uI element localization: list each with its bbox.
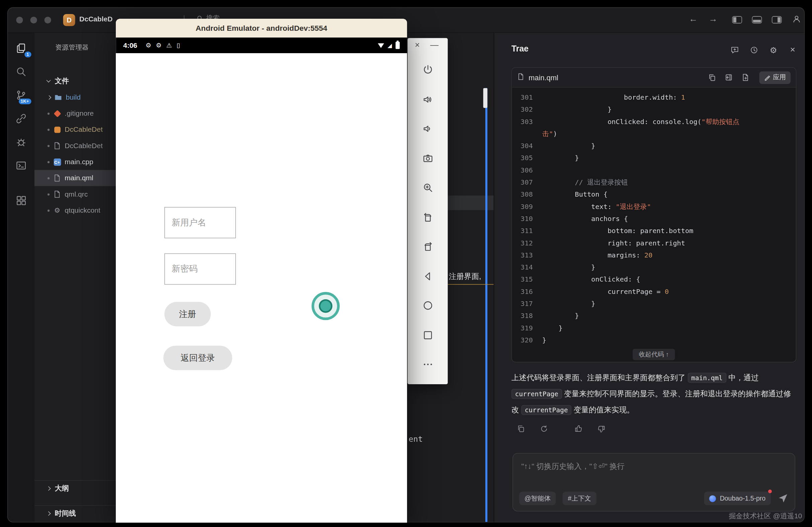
message-actions bbox=[515, 423, 619, 434]
file-icon bbox=[53, 174, 61, 182]
wifi-icon bbox=[378, 43, 384, 48]
file-icon bbox=[53, 142, 61, 149]
file-label: main.qml bbox=[64, 174, 93, 182]
remote-activity-button[interactable] bbox=[13, 111, 29, 126]
file-item-dccabledet[interactable]: DcCableDet bbox=[34, 121, 124, 137]
watermark: 掘金技术社区 @逍遥10 bbox=[729, 511, 802, 521]
file-item-main-qml[interactable]: main.qml bbox=[34, 170, 124, 186]
editor-scrollbar-thumb[interactable] bbox=[483, 88, 487, 108]
file-label: main.cpp bbox=[64, 158, 93, 166]
collapse-code-button[interactable]: 收起代码 ↑ bbox=[633, 349, 675, 360]
thumbs-down-button[interactable] bbox=[595, 423, 607, 434]
line-number: 314 bbox=[519, 261, 533, 273]
git-icon bbox=[53, 109, 61, 117]
nav-forward-button[interactable]: → bbox=[709, 14, 717, 25]
code-line: 301 border.width: 1 bbox=[519, 91, 796, 103]
code-line: 308 Button { bbox=[519, 188, 796, 200]
line-number: 317 bbox=[519, 298, 533, 310]
chevron-right-icon bbox=[46, 486, 50, 491]
rotate-left-button[interactable] bbox=[422, 211, 433, 223]
back-button[interactable] bbox=[422, 270, 433, 282]
code-line: 317 } bbox=[519, 298, 796, 310]
apply-code-button[interactable]: 应用 bbox=[759, 71, 791, 84]
home-button[interactable] bbox=[422, 300, 433, 311]
new-chat-button[interactable] bbox=[730, 45, 740, 55]
power-button[interactable] bbox=[422, 64, 433, 76]
line-number: 309 bbox=[519, 201, 533, 213]
history-button[interactable] bbox=[749, 45, 759, 55]
model-selector[interactable]: Doubao-1.5-pro bbox=[704, 492, 771, 505]
more-button[interactable] bbox=[422, 359, 433, 370]
code-card-header: main.qml 应用 bbox=[512, 68, 796, 88]
file-item--gitignore[interactable]: .gitignore bbox=[34, 105, 124, 121]
input-chips: @智能体 #上下文 bbox=[519, 492, 596, 505]
file-label: DcCableDet bbox=[64, 142, 102, 149]
search-activity-button[interactable] bbox=[13, 63, 29, 79]
git-status-dot bbox=[47, 129, 49, 131]
editor-selection-underline bbox=[448, 284, 494, 285]
extensions-activity-button[interactable] bbox=[13, 192, 29, 208]
git-status-dot bbox=[47, 145, 49, 147]
file-item-qtquickcont[interactable]: ⚙qtquickcont bbox=[34, 202, 124, 219]
files-section-header[interactable]: 文件 bbox=[34, 73, 124, 89]
copy-code-button[interactable] bbox=[707, 73, 716, 82]
settings-button[interactable]: ⚙ bbox=[768, 45, 779, 55]
line-number: 310 bbox=[519, 213, 533, 225]
rotate-right-button[interactable] bbox=[422, 241, 433, 252]
close-panel-button[interactable]: × bbox=[787, 45, 798, 55]
terminal-activity-button[interactable] bbox=[13, 157, 29, 173]
window-title: DcCableD bbox=[79, 15, 113, 23]
password-input[interactable]: 新密码 bbox=[164, 254, 236, 285]
home-icon bbox=[422, 300, 433, 311]
nav-back-button[interactable]: ← bbox=[689, 14, 698, 25]
code-block-card: main.qml 应用 301 bbox=[511, 67, 796, 362]
new-file-button[interactable] bbox=[740, 73, 750, 82]
context-chip[interactable]: #上下文 bbox=[563, 492, 596, 505]
trae-panel: Trae ⚙ × bbox=[494, 33, 804, 522]
chat-input-box[interactable]: "↑↓" 切换历史输入，"⇧⏎" 换行 @智能体 #上下文 Doubao-1.5… bbox=[512, 453, 795, 512]
toggle-bottom-panel-button[interactable] bbox=[752, 16, 762, 24]
chat-input-placeholder: "↑↓" 切换历史输入，"⇧⏎" 换行 bbox=[521, 462, 625, 471]
send-button[interactable] bbox=[778, 493, 788, 503]
timeline-section-header[interactable]: 时间线 bbox=[34, 505, 124, 521]
record-indicator[interactable] bbox=[311, 292, 340, 320]
minimize-toolbar-button[interactable]: — bbox=[430, 41, 438, 49]
regenerate-button[interactable] bbox=[538, 423, 549, 434]
file-item-qml-qrc[interactable]: qml.qrc bbox=[34, 186, 124, 202]
zoom-in-button[interactable] bbox=[422, 182, 433, 193]
thumbs-up-button[interactable] bbox=[572, 423, 584, 434]
toggle-right-sidebar-button[interactable] bbox=[772, 16, 782, 24]
code-text: border.width: 1 bbox=[542, 91, 747, 103]
code-lines[interactable]: 301 border.width: 1302 }303 onClicked: c… bbox=[512, 88, 796, 362]
inline-code: currentPage bbox=[511, 389, 562, 399]
terminal-icon bbox=[15, 159, 27, 171]
back-to-login-button[interactable]: 返回登录 bbox=[163, 346, 232, 370]
copy-message-button[interactable] bbox=[515, 423, 526, 434]
account-button[interactable] bbox=[792, 14, 802, 26]
register-button[interactable]: 注册 bbox=[164, 302, 211, 326]
insert-code-button[interactable] bbox=[724, 73, 733, 82]
camera-icon bbox=[422, 152, 433, 164]
toggle-left-sidebar-button[interactable] bbox=[732, 16, 742, 24]
code-line: 320} bbox=[519, 334, 796, 346]
outline-section-header[interactable]: 大纲 bbox=[34, 480, 124, 496]
close-window-button[interactable] bbox=[16, 17, 23, 24]
close-icon: × bbox=[790, 45, 795, 55]
maximize-window-button[interactable] bbox=[44, 17, 51, 24]
file-item-build[interactable]: build bbox=[34, 89, 124, 105]
debug-activity-button[interactable] bbox=[13, 134, 29, 150]
username-input[interactable]: 新用户名 bbox=[164, 207, 236, 238]
model-logo-icon bbox=[709, 495, 716, 501]
minimize-window-button[interactable] bbox=[30, 17, 37, 24]
volume-down-button[interactable] bbox=[422, 123, 433, 134]
agent-chip[interactable]: @智能体 bbox=[519, 492, 556, 505]
camera-button[interactable] bbox=[422, 152, 433, 164]
source-control-activity-button[interactable]: 1K+ bbox=[13, 87, 29, 103]
overview-button[interactable] bbox=[422, 329, 433, 341]
close-toolbar-button[interactable]: × bbox=[415, 41, 420, 49]
file-item-main-cpp[interactable]: C+main.cpp bbox=[34, 154, 124, 170]
volume-up-button[interactable] bbox=[422, 94, 433, 105]
code-text: right: parent.right bbox=[542, 237, 747, 249]
explorer-activity-button[interactable]: 1 bbox=[13, 40, 29, 56]
file-item-dccabledet[interactable]: DcCableDet bbox=[34, 138, 124, 154]
